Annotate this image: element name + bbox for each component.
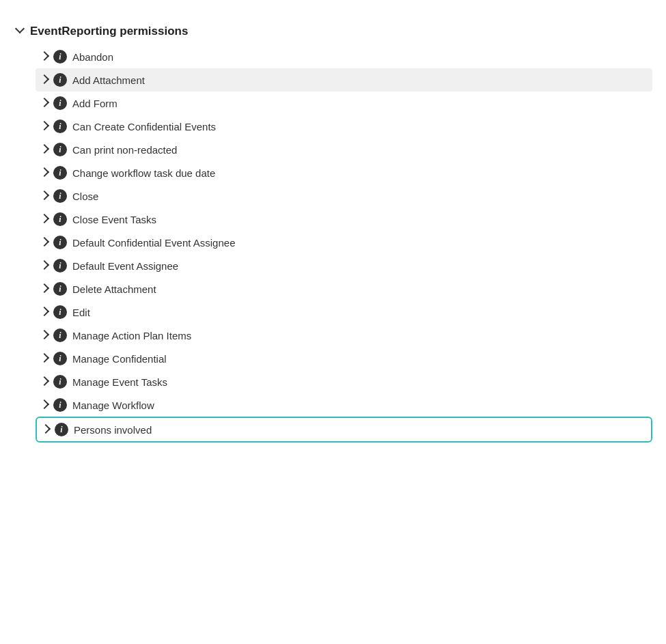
info-icon-can-create-confidential-events: i [53,120,67,133]
info-icon-delete-attachment: i [53,282,67,296]
tree-root[interactable]: EventReporting permissions [14,20,652,42]
chevron-right-icon-manage-action-plan-items[interactable] [40,331,48,339]
chevron-right-icon-manage-event-tasks[interactable] [40,378,48,386]
item-label-change-workflow-task-due-date: Change workflow task due date [72,167,215,179]
item-label-manage-action-plan-items: Manage Action Plan Items [72,330,191,341]
item-label-add-attachment: Add Attachment [72,74,145,86]
tree-item-abandon[interactable]: iAbandon [36,45,652,68]
chevron-right-icon-change-workflow-task-due-date[interactable] [40,169,48,177]
tree-items-list: iAbandoniAdd AttachmentiAdd FormiCan Cre… [14,45,652,443]
item-label-add-form: Add Form [72,98,117,109]
tree-item-default-event-assignee[interactable]: iDefault Event Assignee [36,254,652,277]
chevron-right-icon-abandon[interactable] [40,53,48,61]
chevron-right-icon-delete-attachment[interactable] [40,285,48,293]
tree-item-close-event-tasks[interactable]: iClose Event Tasks [36,208,652,231]
tree-item-manage-workflow[interactable]: iManage Workflow [36,393,652,417]
info-icon-default-event-assignee: i [53,259,67,272]
item-label-close: Close [72,191,98,202]
item-label-close-event-tasks: Close Event Tasks [72,214,156,225]
info-icon-manage-confidential: i [53,352,67,365]
tree-item-can-print-non-redacted[interactable]: iCan print non-redacted [36,138,652,161]
item-label-manage-confidential: Manage Confidential [72,353,167,365]
chevron-right-icon-default-confidential-event-assignee[interactable] [40,238,48,247]
permissions-tree: EventReporting permissions iAbandoniAdd … [14,14,652,449]
chevron-right-icon-manage-workflow[interactable] [40,401,48,409]
tree-item-default-confidential-event-assignee[interactable]: iDefault Confidential Event Assignee [36,231,652,254]
chevron-right-icon-add-attachment[interactable] [40,76,48,84]
item-label-manage-workflow: Manage Workflow [72,400,154,411]
info-icon-close-event-tasks: i [53,212,67,226]
item-label-manage-event-tasks: Manage Event Tasks [72,376,167,388]
info-icon-edit: i [53,305,67,319]
chevron-right-icon-add-form[interactable] [40,99,48,107]
info-icon-add-form: i [53,96,67,110]
item-label-can-print-non-redacted: Can print non-redacted [72,144,177,156]
info-icon-manage-workflow: i [53,398,67,412]
item-label-persons-involved: Persons involved [74,424,152,436]
info-icon-default-confidential-event-assignee: i [53,236,67,249]
info-icon-persons-involved: i [55,423,68,436]
tree-item-manage-confidential[interactable]: iManage Confidential [36,347,652,370]
info-icon-manage-action-plan-items: i [53,328,67,342]
item-label-edit: Edit [72,307,90,318]
item-label-can-create-confidential-events: Can Create Confidential Events [72,121,216,132]
tree-item-close[interactable]: iClose [36,184,652,208]
chevron-right-icon-close[interactable] [40,192,48,200]
chevron-right-icon-can-create-confidential-events[interactable] [40,122,48,130]
item-label-delete-attachment: Delete Attachment [72,283,156,295]
item-label-abandon: Abandon [72,51,113,63]
chevron-right-icon-can-print-non-redacted[interactable] [40,145,48,154]
root-title: EventReporting permissions [30,25,188,38]
root-chevron-down-icon[interactable] [16,27,25,36]
tree-item-persons-involved[interactable]: iPersons involved [36,417,652,443]
info-icon-manage-event-tasks: i [53,375,67,389]
tree-item-add-form[interactable]: iAdd Form [36,92,652,115]
tree-item-manage-action-plan-items[interactable]: iManage Action Plan Items [36,324,652,347]
tree-item-change-workflow-task-due-date[interactable]: iChange workflow task due date [36,161,652,184]
info-icon-can-print-non-redacted: i [53,143,67,156]
tree-item-delete-attachment[interactable]: iDelete Attachment [36,277,652,300]
chevron-right-icon-persons-involved[interactable] [41,425,49,434]
info-icon-add-attachment: i [53,73,67,87]
chevron-right-icon-edit[interactable] [40,308,48,316]
chevron-right-icon-manage-confidential[interactable] [40,354,48,363]
tree-item-add-attachment[interactable]: iAdd Attachment [36,68,652,92]
item-label-default-confidential-event-assignee: Default Confidential Event Assignee [72,237,235,249]
chevron-right-icon-default-event-assignee[interactable] [40,262,48,270]
info-icon-change-workflow-task-due-date: i [53,166,67,180]
info-icon-abandon: i [53,50,67,64]
chevron-right-icon-close-event-tasks[interactable] [40,215,48,223]
tree-item-can-create-confidential-events[interactable]: iCan Create Confidential Events [36,115,652,138]
tree-item-manage-event-tasks[interactable]: iManage Event Tasks [36,370,652,393]
tree-item-edit[interactable]: iEdit [36,300,652,324]
item-label-default-event-assignee: Default Event Assignee [72,260,178,272]
info-icon-close: i [53,189,67,203]
